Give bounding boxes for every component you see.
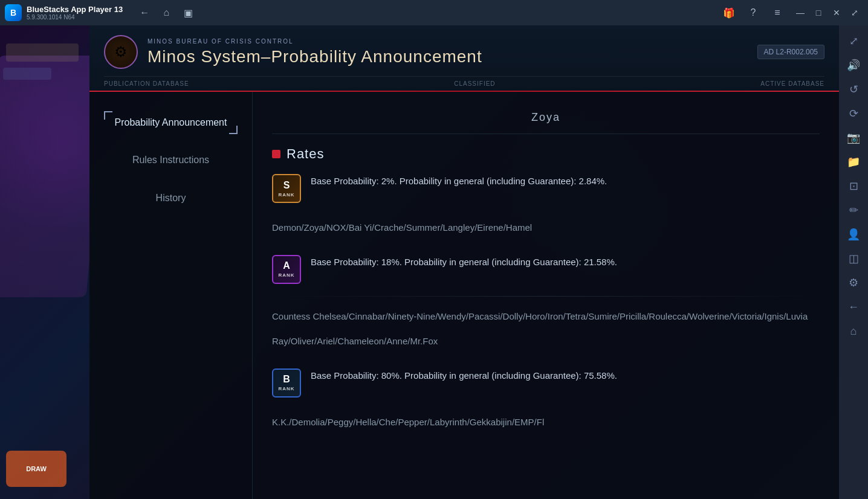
b-rank-chars-section-1: Countess Chelsea/Cinnabar/Ninety-Nine/We… xyxy=(272,304,820,354)
back-sidebar-btn[interactable]: ← xyxy=(843,296,864,318)
panel-main-content[interactable]: Zoya Rates S RANK Base Probability: 2%. … xyxy=(253,92,839,499)
a-rank-sub: RANK xyxy=(278,272,294,278)
volume-sidebar-btn[interactable]: 🔊 xyxy=(843,54,864,76)
right-sidebar: ⤢ 🔊 ↺ ⟳ 📷 📁 ⊡ ✏ 👤 ◫ ⚙ ← ⌂ xyxy=(839,25,868,499)
folder-sidebar-btn[interactable]: 📁 xyxy=(843,151,864,173)
nav-controls: ← ⌂ ▣ xyxy=(135,4,198,21)
meta-right: ACTIVE DATABASE xyxy=(760,80,824,87)
help-btn[interactable]: ? xyxy=(743,4,763,21)
s-rank-sub: RANK xyxy=(278,192,294,198)
b-rank-rate-item: B RANK Base Probability: 80%. Probabilit… xyxy=(272,369,820,398)
a-rank-badge: A RANK xyxy=(272,255,301,284)
char-blur xyxy=(0,56,89,297)
expand-btn[interactable]: ⤢ xyxy=(846,4,863,21)
back-btn[interactable]: ← xyxy=(135,4,154,21)
b-rank-chars-section-bottom: K.K./Demolia/Peggy/Hella/Che/Pepper/Laby… xyxy=(272,410,820,435)
close-btn[interactable]: ✕ xyxy=(828,4,845,21)
app-info: BlueStacks App Player 13 5.9.300.1014 N6… xyxy=(27,5,123,21)
a-rank-chars-section: Demon/Zoya/NOX/Bai Yi/Crache/Summer/Lang… xyxy=(272,215,820,240)
s-rank-description: Base Probability: 2%. Probability in gen… xyxy=(311,174,820,188)
s-rank-letter: S xyxy=(283,180,290,191)
minos-logo: ⚙ xyxy=(104,35,138,69)
rates-header: Rates xyxy=(272,146,820,162)
title-area: MINOS BUREAU OF CRISIS CONTROL Minos Sys… xyxy=(147,38,482,66)
meta-center: CLASSIFIED xyxy=(454,80,495,87)
b-rank-letter: B xyxy=(283,374,290,385)
char-name: Zoya xyxy=(531,111,560,123)
rates-indicator xyxy=(272,150,280,158)
profile-sidebar-btn[interactable]: 👤 xyxy=(843,224,864,245)
settings-sidebar-btn[interactable]: ⚙ xyxy=(843,272,864,294)
game-area: DRAW ⚙ MINOS BUREAU OF CRISIS CONTROL Mi… xyxy=(0,25,839,499)
app-version: 5.9.300.1014 N64 xyxy=(27,14,123,21)
a-rank-chars-before: Demon/Zoya/NOX/Bai Yi/Crache/Summer/Lang… xyxy=(272,215,820,240)
char-name-bar: Zoya xyxy=(272,106,820,134)
edit-sidebar-btn[interactable]: ✏ xyxy=(843,199,864,221)
s-rank-badge: S RANK xyxy=(272,174,301,203)
b-rank-sub: RANK xyxy=(278,386,294,391)
logo-area: ⚙ MINOS BUREAU OF CRISIS CONTROL Minos S… xyxy=(104,35,482,69)
draw-button-bg: DRAW xyxy=(6,451,66,487)
meta-bar: PUBLICATION DATABASE CLASSIFIED ACTIVE D… xyxy=(104,76,824,91)
screenshot-sidebar-btn[interactable]: 📷 xyxy=(843,127,864,149)
replay-sidebar-btn[interactable]: ↺ xyxy=(843,79,864,100)
b-rank-chars-bottom: K.K./Demolia/Peggy/Hella/Che/Pepper/Laby… xyxy=(272,410,820,435)
maximize-btn[interactable]: □ xyxy=(810,4,827,21)
a-rank-rate-item: A RANK Base Probability: 18%. Probabilit… xyxy=(272,255,820,284)
panel-nav: Probability Announcement Rules Instructi… xyxy=(89,92,253,499)
resize-sidebar-btn[interactable]: ⊡ xyxy=(843,175,864,197)
bg-ui-1 xyxy=(6,43,79,62)
app-name: BlueStacks App Player 13 xyxy=(27,5,123,14)
doc-id: AD L2-R002.005 xyxy=(757,45,824,59)
a-rank-description: Base Probability: 18%. Probability in ge… xyxy=(311,255,820,269)
expand-sidebar-btn[interactable]: ⤢ xyxy=(843,30,864,52)
panel-content: Probability Announcement Rules Instructi… xyxy=(89,92,839,499)
menu-btn[interactable]: ≡ xyxy=(768,4,787,21)
panel-header: ⚙ MINOS BUREAU OF CRISIS CONTROL Minos S… xyxy=(89,25,839,92)
a-rank-letter: A xyxy=(283,260,290,271)
titlebar: B BlueStacks App Player 13 5.9.300.1014 … xyxy=(0,0,868,25)
b-rank-chars-line1: Countess Chelsea/Cinnabar/Ninety-Nine/We… xyxy=(272,304,820,329)
game-left-area: DRAW xyxy=(0,25,89,499)
org-name: MINOS BUREAU OF CRISIS CONTROL xyxy=(147,38,482,45)
rotate-sidebar-btn[interactable]: ⟳ xyxy=(843,103,864,124)
s-rank-rate-item: S RANK Base Probability: 2%. Probability… xyxy=(272,174,820,203)
game-panel: ⚙ MINOS BUREAU OF CRISIS CONTROL Minos S… xyxy=(89,25,839,499)
header-bottom-line xyxy=(89,91,839,92)
minimize-btn[interactable]: — xyxy=(792,4,809,21)
home-sidebar-btn[interactable]: ⌂ xyxy=(843,320,864,342)
gift-btn[interactable]: 🎁 xyxy=(719,4,739,21)
nav-probability-announcement[interactable]: Probability Announcement xyxy=(99,106,242,139)
window-controls: — □ ✕ ⤢ xyxy=(792,4,863,21)
nav-history[interactable]: History xyxy=(99,182,242,214)
draw-btn-text: DRAW xyxy=(26,465,47,472)
home-btn[interactable]: ⌂ xyxy=(157,4,176,21)
rates-title: Rates xyxy=(287,146,324,162)
tabs-btn[interactable]: ▣ xyxy=(178,4,198,21)
b-rank-chars-line2: Ray/Oliver/Ariel/Chameleon/Anne/Mr.Fox xyxy=(272,329,820,354)
divider-1 xyxy=(272,296,820,297)
b-rank-description: Base Probability: 80%. Probability in ge… xyxy=(311,369,820,383)
nav-rules-instructions[interactable]: Rules Instructions xyxy=(99,144,242,176)
meta-left: PUBLICATION DATABASE xyxy=(104,80,189,87)
panel-header-top: ⚙ MINOS BUREAU OF CRISIS CONTROL Minos S… xyxy=(104,35,824,69)
panel-title: Minos System–Probability Announcement xyxy=(147,47,482,66)
titlebar-actions: 🎁 ? ≡ xyxy=(719,4,787,21)
bg-ui-2 xyxy=(3,68,51,80)
bluestacks-logo: B xyxy=(5,4,22,21)
layers-sidebar-btn[interactable]: ◫ xyxy=(843,248,864,269)
b-rank-badge: B RANK xyxy=(272,369,301,398)
